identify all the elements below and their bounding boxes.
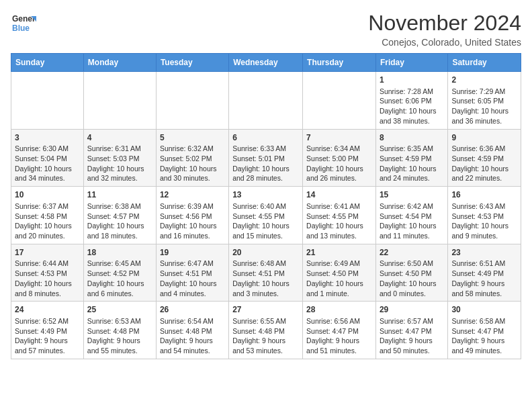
daylight-text: Daylight: 10 hours and 8 minutes. <box>15 279 72 298</box>
calendar-cell: 23Sunrise: 6:51 AMSunset: 4:49 PMDayligh… <box>448 244 521 302</box>
daylight-text: Daylight: 9 hours and 58 minutes. <box>451 279 504 298</box>
day-number: 29 <box>380 304 444 316</box>
calendar-week-row: 24Sunrise: 6:52 AMSunset: 4:49 PMDayligh… <box>11 302 521 359</box>
sunrise-text: Sunrise: 7:29 AM <box>451 87 505 95</box>
day-number: 23 <box>451 247 517 259</box>
daylight-text: Daylight: 10 hours and 18 minutes. <box>87 222 144 240</box>
col-monday: Monday <box>83 54 156 72</box>
svg-text:Blue: Blue <box>12 24 30 33</box>
calendar-cell: 17Sunrise: 6:44 AMSunset: 4:53 PMDayligh… <box>11 244 84 302</box>
day-number: 3 <box>15 132 80 144</box>
sunset-text: Sunset: 4:53 PM <box>15 269 67 277</box>
calendar-cell <box>303 72 376 130</box>
day-number: 11 <box>87 189 152 201</box>
day-number: 8 <box>380 132 444 144</box>
calendar-cell: 8Sunrise: 6:35 AMSunset: 4:59 PMDaylight… <box>375 129 447 187</box>
calendar-cell: 4Sunrise: 6:31 AMSunset: 5:03 PMDaylight… <box>83 129 156 187</box>
calendar-cell: 30Sunrise: 6:58 AMSunset: 4:47 PMDayligh… <box>448 302 521 359</box>
sunrise-text: Sunrise: 6:35 AM <box>380 144 433 152</box>
daylight-text: Daylight: 10 hours and 22 minutes. <box>451 165 508 183</box>
sunset-text: Sunset: 4:48 PM <box>232 327 285 335</box>
daylight-text: Daylight: 9 hours and 57 minutes. <box>15 336 68 355</box>
daylight-text: Daylight: 10 hours and 20 minutes. <box>15 222 72 240</box>
sunset-text: Sunset: 4:53 PM <box>451 212 504 220</box>
calendar-cell: 10Sunrise: 6:37 AMSunset: 4:58 PMDayligh… <box>11 187 84 244</box>
sunset-text: Sunset: 4:50 PM <box>306 269 359 277</box>
daylight-text: Daylight: 10 hours and 30 minutes. <box>160 165 217 183</box>
sunset-text: Sunset: 4:55 PM <box>306 212 359 220</box>
calendar-cell: 19Sunrise: 6:47 AMSunset: 4:51 PMDayligh… <box>156 244 228 302</box>
calendar-week-row: 1Sunrise: 7:28 AMSunset: 6:06 PMDaylight… <box>11 72 521 130</box>
calendar-cell: 1Sunrise: 7:28 AMSunset: 6:06 PMDaylight… <box>375 72 447 130</box>
sunset-text: Sunset: 6:05 PM <box>451 97 504 105</box>
sunset-text: Sunset: 4:54 PM <box>380 212 432 220</box>
sunset-text: Sunset: 4:47 PM <box>380 327 432 335</box>
logo-icon: General Blue <box>11 11 36 36</box>
daylight-text: Daylight: 9 hours and 51 minutes. <box>306 336 359 355</box>
sunrise-text: Sunrise: 6:41 AM <box>306 202 360 210</box>
col-friday: Friday <box>375 54 447 72</box>
sunrise-text: Sunrise: 6:53 AM <box>87 317 141 325</box>
calendar-cell: 24Sunrise: 6:52 AMSunset: 4:49 PMDayligh… <box>11 302 84 359</box>
sunset-text: Sunset: 4:49 PM <box>15 327 67 335</box>
daylight-text: Daylight: 10 hours and 9 minutes. <box>451 222 508 240</box>
day-number: 1 <box>380 75 444 86</box>
calendar-cell: 11Sunrise: 6:38 AMSunset: 4:57 PMDayligh… <box>83 187 156 244</box>
daylight-text: Daylight: 10 hours and 1 minute. <box>306 279 363 298</box>
sunrise-text: Sunrise: 6:58 AM <box>451 317 505 325</box>
sunset-text: Sunset: 5:03 PM <box>87 154 140 163</box>
sunrise-text: Sunrise: 6:30 AM <box>15 144 69 152</box>
sunset-text: Sunset: 4:49 PM <box>451 269 504 277</box>
calendar-cell: 9Sunrise: 6:36 AMSunset: 4:59 PMDaylight… <box>448 129 521 187</box>
sunset-text: Sunset: 4:47 PM <box>451 327 504 335</box>
day-number: 14 <box>306 189 372 201</box>
calendar-cell: 13Sunrise: 6:40 AMSunset: 4:55 PMDayligh… <box>229 187 303 244</box>
sunrise-text: Sunrise: 6:37 AM <box>15 202 69 210</box>
sunset-text: Sunset: 4:58 PM <box>15 212 67 220</box>
daylight-text: Daylight: 10 hours and 0 minutes. <box>380 279 437 298</box>
sunset-text: Sunset: 5:02 PM <box>160 154 212 163</box>
calendar-cell: 25Sunrise: 6:53 AMSunset: 4:48 PMDayligh… <box>83 302 156 359</box>
sunset-text: Sunset: 4:47 PM <box>306 327 359 335</box>
sunset-text: Sunset: 5:04 PM <box>15 154 67 163</box>
sunset-text: Sunset: 4:56 PM <box>160 212 212 220</box>
calendar-cell: 6Sunrise: 6:33 AMSunset: 5:01 PMDaylight… <box>229 129 303 187</box>
day-number: 7 <box>306 132 372 144</box>
sunrise-text: Sunrise: 6:54 AM <box>160 317 214 325</box>
day-number: 15 <box>380 189 444 201</box>
daylight-text: Daylight: 9 hours and 50 minutes. <box>380 336 433 355</box>
day-number: 16 <box>451 189 517 201</box>
day-number: 10 <box>15 189 80 201</box>
daylight-text: Daylight: 10 hours and 4 minutes. <box>160 279 217 298</box>
header: General Blue November 2024 Conejos, Colo… <box>11 11 521 48</box>
day-number: 26 <box>160 304 225 316</box>
sunrise-text: Sunrise: 6:49 AM <box>306 259 360 267</box>
day-number: 13 <box>232 189 299 201</box>
calendar-cell <box>156 72 228 130</box>
daylight-text: Daylight: 10 hours and 36 minutes. <box>451 107 508 125</box>
daylight-text: Daylight: 10 hours and 13 minutes. <box>306 222 363 240</box>
calendar-cell: 28Sunrise: 6:56 AMSunset: 4:47 PMDayligh… <box>303 302 376 359</box>
calendar-week-row: 17Sunrise: 6:44 AMSunset: 4:53 PMDayligh… <box>11 244 521 302</box>
sunrise-text: Sunrise: 6:47 AM <box>160 259 214 267</box>
calendar-week-row: 10Sunrise: 6:37 AMSunset: 4:58 PMDayligh… <box>11 187 521 244</box>
sunset-text: Sunset: 4:59 PM <box>380 154 432 163</box>
sunrise-text: Sunrise: 6:55 AM <box>232 317 286 325</box>
sunset-text: Sunset: 4:51 PM <box>232 269 285 277</box>
calendar-cell <box>83 72 156 130</box>
sunrise-text: Sunrise: 6:52 AM <box>15 317 69 325</box>
sunrise-text: Sunrise: 6:50 AM <box>380 259 433 267</box>
sunrise-text: Sunrise: 7:28 AM <box>380 87 433 95</box>
calendar-cell: 22Sunrise: 6:50 AMSunset: 4:50 PMDayligh… <box>375 244 447 302</box>
calendar-cell <box>11 72 84 130</box>
calendar-cell: 20Sunrise: 6:48 AMSunset: 4:51 PMDayligh… <box>229 244 303 302</box>
daylight-text: Daylight: 10 hours and 16 minutes. <box>160 222 217 240</box>
calendar-cell: 21Sunrise: 6:49 AMSunset: 4:50 PMDayligh… <box>303 244 376 302</box>
month-title: November 2024 <box>368 11 521 36</box>
sunrise-text: Sunrise: 6:34 AM <box>306 144 360 152</box>
daylight-text: Daylight: 10 hours and 34 minutes. <box>15 165 72 183</box>
day-number: 4 <box>87 132 152 144</box>
sunset-text: Sunset: 5:01 PM <box>232 154 285 163</box>
sunset-text: Sunset: 5:00 PM <box>306 154 359 163</box>
sunrise-text: Sunrise: 6:45 AM <box>87 259 141 267</box>
